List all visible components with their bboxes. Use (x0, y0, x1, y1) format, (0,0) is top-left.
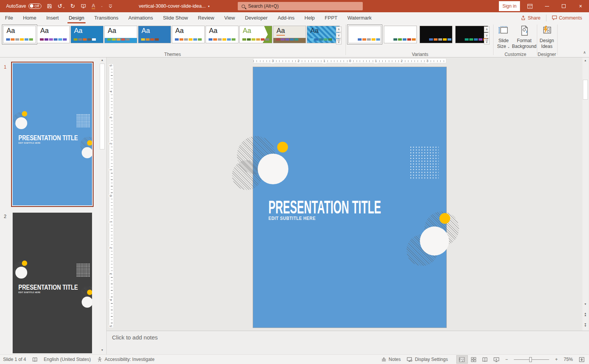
autosave-toggle[interactable]: AutoSave Off (6, 3, 41, 9)
next-slide-button[interactable]: ▼▼ (582, 323, 588, 328)
display-settings-button[interactable]: Display Settings (404, 355, 451, 364)
display-settings-icon (407, 357, 413, 362)
save-icon[interactable] (47, 3, 52, 9)
zoom-slider[interactable] (514, 359, 549, 360)
font-color-dropdown-icon[interactable]: ⌄ (100, 5, 103, 8)
previous-slide-button[interactable]: ▲▲ (582, 312, 588, 317)
redo-icon[interactable]: ↻ (70, 3, 75, 9)
canvas-scroll-down-icon[interactable]: ▼ (582, 302, 588, 307)
tab-insert[interactable]: Insert (41, 12, 64, 23)
language-indicator[interactable]: English (United States) (41, 355, 94, 364)
start-slideshow-icon[interactable] (81, 3, 86, 9)
variants-more-icon[interactable]: ∨ (484, 39, 490, 44)
notes-pane[interactable]: Click to add notes (107, 331, 589, 354)
tab-review[interactable]: Review (193, 12, 219, 23)
variant-thumbnail-1[interactable] (348, 26, 381, 43)
variants-scroll-down-icon[interactable]: ∨ (484, 33, 490, 38)
theme-thumbnail-9[interactable]: Aa (273, 26, 306, 43)
format-background-button[interactable]: FormatBackground (512, 25, 536, 49)
maximize-button[interactable] (555, 0, 572, 12)
notes-toggle-button[interactable]: Notes (378, 355, 404, 364)
design-ideas-button[interactable]: DesignIdeas (538, 25, 556, 49)
themes-scroll-up-icon[interactable]: ∧ (336, 26, 342, 32)
normal-view-button[interactable] (456, 355, 468, 364)
slide-size-button[interactable]: SlideSize ⌄ (495, 25, 512, 49)
fit-to-window-button[interactable] (576, 355, 587, 364)
sign-in-button[interactable]: Sign in (499, 1, 520, 11)
slide-counter[interactable]: Slide 1 of 4 (0, 355, 29, 364)
share-button[interactable]: Share (517, 13, 544, 23)
accessibility-checker[interactable]: Accessibility: Investigate (94, 355, 158, 364)
close-button[interactable]: × (572, 0, 589, 12)
tab-transitions[interactable]: Transitions (89, 12, 123, 23)
zoom-out-button[interactable]: − (502, 355, 511, 364)
ribbon-display-options-icon[interactable] (522, 0, 538, 12)
customize-qat-icon[interactable] (109, 4, 112, 8)
variant-thumbnail-4[interactable] (455, 26, 488, 43)
format-background-label: FormatBackground (512, 38, 536, 49)
notes-placeholder[interactable]: Click to add notes (112, 334, 158, 341)
spell-check-button[interactable] (29, 355, 41, 364)
canvas-scrollbar-thumb[interactable] (583, 80, 588, 100)
slide-1-number: 1 (4, 64, 7, 70)
tab-watermark[interactable]: Watermark (342, 12, 377, 23)
theme-thumbnail-3[interactable]: Aa (71, 26, 104, 43)
dot-grid (77, 264, 90, 277)
tab-home[interactable]: Home (18, 12, 41, 23)
theme-thumbnail-5[interactable]: Aa (138, 26, 171, 43)
theme-color-chips (310, 38, 332, 41)
minimize-button[interactable] (538, 0, 555, 12)
tab-add-ins[interactable]: Add-ins (273, 12, 299, 23)
ruler-number: 0 (348, 59, 352, 63)
theme-thumbnail-6[interactable]: Aa (172, 26, 205, 43)
collapse-ribbon-icon[interactable]: ∧ (583, 50, 586, 54)
slide-subtitle[interactable]: EDIT SUBTITLE HERE (268, 216, 316, 221)
undo-dropdown-icon[interactable]: ⌄ (63, 5, 65, 9)
themes-scroll-down-icon[interactable]: ∨ (336, 33, 342, 38)
canvas-scroll-up-icon[interactable]: ▲ (582, 58, 588, 63)
theme-thumbnail-4[interactable]: Aa (104, 26, 137, 43)
undo-icon[interactable]: ↺⌄ (58, 3, 65, 9)
tab-animations[interactable]: Animations (123, 12, 158, 23)
comments-button[interactable]: Comments (548, 13, 586, 23)
tab-fppt[interactable]: FPPT (320, 12, 342, 23)
search-input[interactable]: Search (Alt+Q) (238, 2, 363, 10)
reading-view-button[interactable] (479, 355, 491, 364)
document-title[interactable]: vertical-3080-cover-slide-idea... ▾ (139, 0, 209, 12)
tab-design[interactable]: Design (64, 12, 89, 23)
slide-title[interactable]: PRESENTATION TITLE (268, 198, 381, 216)
theme-thumbnail-7[interactable]: Aa (206, 26, 239, 43)
slide-sorter-view-button[interactable] (468, 355, 479, 364)
variant-thumbnail-3[interactable] (420, 26, 452, 43)
zoom-in-button[interactable]: + (552, 355, 561, 364)
tab-help[interactable]: Help (299, 12, 320, 23)
variants-scroll-up-icon[interactable]: ∧ (484, 26, 490, 32)
decor-circle (82, 297, 92, 308)
toggle-knob-icon (30, 4, 33, 8)
themes-group-label: Themes (3, 52, 342, 57)
slide-thumbnail-1[interactable]: PRESENTATION TITLE EDIT SUBTITLE HERE (13, 63, 92, 205)
slide-thumbnail-2[interactable]: PRESENTATION TITLE EDIT SUBTITLE HERE (13, 213, 92, 353)
tab-slide-show[interactable]: Slide Show (158, 12, 193, 23)
zoom-slider-thumb[interactable] (529, 357, 532, 362)
theme-thumbnail-1[interactable]: Aa (3, 26, 36, 43)
thumbnail-scroll-down-icon[interactable]: ▼ (99, 348, 105, 353)
tab-developer[interactable]: Developer (240, 12, 273, 23)
tab-file[interactable]: File (0, 12, 18, 23)
tab-view[interactable]: View (219, 12, 240, 23)
thumbnail-scroll-up-icon[interactable]: ▲ (99, 58, 105, 63)
slideshow-view-button[interactable] (491, 355, 502, 364)
slide-canvas[interactable]: PRESENTATION TITLE EDIT SUBTITLE HERE (253, 67, 446, 328)
title-dropdown-icon[interactable]: ▾ (208, 5, 209, 8)
themes-more-icon[interactable]: ∨ (336, 39, 342, 44)
ruler-number: 3 (109, 272, 113, 275)
theme-thumbnail-10[interactable]: Aa (307, 26, 340, 43)
font-color-icon[interactable]: A (92, 3, 95, 10)
variant-thumbnail-2[interactable] (384, 26, 417, 43)
theme-thumbnail-2[interactable]: Aa (37, 26, 70, 43)
zoom-level[interactable]: 75% (561, 355, 576, 364)
thumbnail-scrollbar-thumb[interactable] (100, 64, 105, 149)
theme-aa-sample: Aa (141, 27, 150, 35)
autosave-switch[interactable]: Off (28, 3, 41, 9)
theme-thumbnail-8[interactable]: Aa (239, 26, 272, 43)
